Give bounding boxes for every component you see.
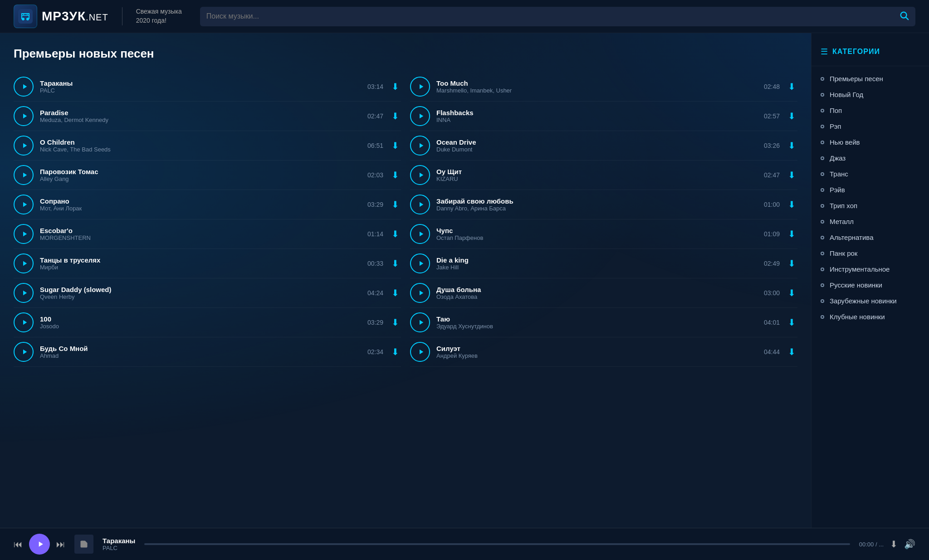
track-download-button[interactable]: ⬇ [786,345,797,359]
track-download-button[interactable]: ⬇ [390,345,401,359]
sidebar-bullet [821,268,824,271]
progress-bar[interactable] [144,543,850,545]
track-item[interactable]: Тараканы PALC 03:14 ⬇ [14,72,401,102]
track-play-button[interactable] [410,136,430,156]
track-info: Чупс Остап Парфенов [436,227,758,241]
sidebar-item[interactable]: Рэйв [812,182,929,198]
sidebar-item[interactable]: Русские новинки [812,277,929,293]
track-info: Оу Щит KIZARU [436,168,758,182]
track-download-button[interactable]: ⬇ [786,227,797,241]
track-play-button[interactable] [14,342,34,362]
sidebar-item-label: Русские новинки [830,281,882,289]
track-download-button[interactable]: ⬇ [390,79,401,94]
track-play-button[interactable] [410,312,430,332]
sidebar-item[interactable]: Новый Год [812,87,929,102]
track-download-button[interactable]: ⬇ [786,168,797,182]
track-item[interactable]: Ocean Drive Duke Dumont 03:26 ⬇ [410,131,797,161]
track-item[interactable]: Сопрано Мот, Ани Лорак 03:29 ⬇ [14,190,401,219]
track-download-button[interactable]: ⬇ [390,109,401,123]
prev-button[interactable]: ⏮ [14,539,23,550]
sidebar-item[interactable]: Металл [812,214,929,229]
next-button[interactable]: ⏭ [56,539,65,550]
track-item[interactable]: Too Much Marshmello, Imanbek, Usher 02:4… [410,72,797,102]
track-play-button[interactable] [14,224,34,244]
track-item[interactable]: Escobar'o MORGENSHTERN 01:14 ⬇ [14,219,401,249]
track-play-button[interactable] [410,224,430,244]
search-input[interactable] [206,12,895,20]
track-item[interactable]: Силуэт Андрей Куряев 04:44 ⬇ [410,337,797,367]
sidebar-item[interactable]: Рэп [812,118,929,134]
track-download-button[interactable]: ⬇ [786,286,797,300]
player-download-button[interactable]: ⬇ [890,539,898,550]
track-artist: Мот, Ани Лорак [40,205,361,212]
sidebar-item[interactable]: Трип хоп [812,198,929,214]
player-right-controls: 00:00 / ... ⬇ 🔊 [859,539,915,550]
track-download-button[interactable]: ⬇ [390,138,401,153]
track-item[interactable]: Sugar Daddy (slowed) Qveen Herby 04:24 ⬇ [14,278,401,308]
track-download-button[interactable]: ⬇ [390,315,401,330]
track-item[interactable]: Душа больна Озода Ахатова 03:00 ⬇ [410,278,797,308]
track-item[interactable]: Танцы в труселях Мирби 00:33 ⬇ [14,249,401,278]
track-play-button[interactable] [410,342,430,362]
track-download-button[interactable]: ⬇ [390,227,401,241]
track-download-button[interactable]: ⬇ [390,197,401,212]
player-volume-button[interactable]: 🔊 [904,539,915,550]
track-download-button[interactable]: ⬇ [390,256,401,271]
track-duration: 02:34 [367,348,383,355]
sidebar-item[interactable]: Премьеры песен [812,71,929,87]
track-item[interactable]: 100 Josodo 03:29 ⬇ [14,308,401,337]
track-play-button[interactable] [410,106,430,126]
player-play-button[interactable] [29,534,50,555]
track-play-button[interactable] [410,195,430,214]
sidebar-title: КАТЕГОРИИ [832,48,880,56]
sidebar-item[interactable]: Альтернатива [812,229,929,245]
track-download-button[interactable]: ⬇ [786,315,797,330]
track-item[interactable]: Чупс Остап Парфенов 01:09 ⬇ [410,219,797,249]
sidebar-item[interactable]: Джаз [812,150,929,166]
track-download-button[interactable]: ⬇ [786,197,797,212]
sidebar-item[interactable]: Поп [812,102,929,118]
track-play-button[interactable] [14,312,34,332]
track-play-button[interactable] [14,136,34,156]
track-play-button[interactable] [14,195,34,214]
track-download-button[interactable]: ⬇ [786,79,797,94]
player-title: Тараканы [103,537,135,545]
track-item[interactable]: Будь Со Мной Ahmad 02:34 ⬇ [14,337,401,367]
sidebar-item[interactable]: Панк рок [812,245,929,261]
track-play-button[interactable] [14,253,34,273]
track-item[interactable]: Паровозик Томас Alley Gang 02:03 ⬇ [14,161,401,190]
track-item[interactable]: Paradise Meduza, Dermot Kennedy 02:47 ⬇ [14,102,401,131]
track-play-button[interactable] [410,77,430,97]
sidebar-bullet [821,93,824,97]
sidebar-item[interactable]: Нью вейв [812,134,929,150]
track-artist: Остап Парфенов [436,234,758,241]
track-play-button[interactable] [410,253,430,273]
svg-point-1 [22,18,24,20]
sidebar-item[interactable]: Транс [812,166,929,182]
track-play-button[interactable] [410,165,430,185]
track-play-button[interactable] [14,165,34,185]
track-download-button[interactable]: ⬇ [786,109,797,123]
search-button[interactable] [899,10,909,23]
track-download-button[interactable]: ⬇ [786,138,797,153]
track-item[interactable]: Die a king Jake Hill 02:49 ⬇ [410,249,797,278]
track-play-button[interactable] [14,106,34,126]
sidebar-item[interactable]: Клубные новинки [812,309,929,325]
track-item[interactable]: Таю Эдуард Хуснутдинов 04:01 ⬇ [410,308,797,337]
sidebar-item[interactable]: Зарубежные новинки [812,293,929,309]
sidebar-item[interactable]: Инструментальное [812,261,929,277]
track-item[interactable]: O Children Nick Cave, The Bad Seeds 06:5… [14,131,401,161]
sidebar-bullet [821,315,824,319]
track-play-button[interactable] [14,77,34,97]
track-title: 100 [40,315,361,323]
track-download-button[interactable]: ⬇ [786,256,797,271]
track-duration: 01:00 [764,201,780,208]
track-item[interactable]: Забирай свою любовь Danny Abro, Арина Ба… [410,190,797,219]
track-play-button[interactable] [410,283,430,303]
track-item[interactable]: Flashbacks INNA 02:57 ⬇ [410,102,797,131]
track-download-button[interactable]: ⬇ [390,168,401,182]
track-download-button[interactable]: ⬇ [390,286,401,300]
track-play-button[interactable] [14,283,34,303]
track-title: Душа больна [436,286,758,293]
track-item[interactable]: Оу Щит KIZARU 02:47 ⬇ [410,161,797,190]
